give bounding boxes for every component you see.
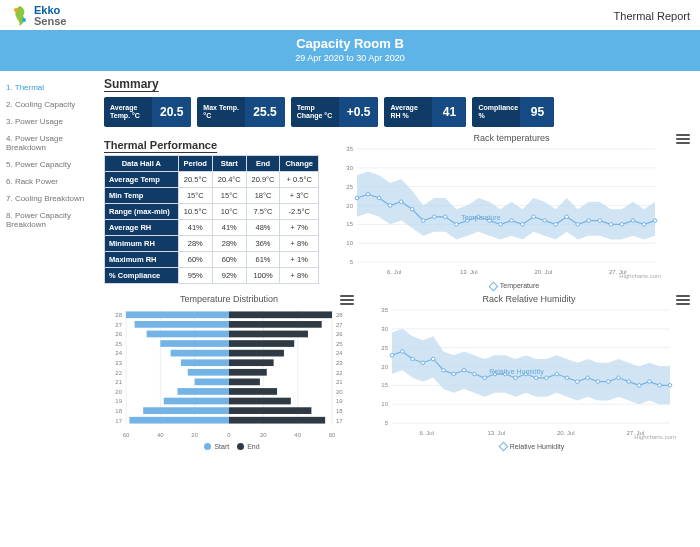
tile-value: 95: [520, 97, 554, 127]
summary-heading: Summary: [104, 77, 690, 91]
svg-rect-85: [229, 359, 274, 366]
hamburger-icon[interactable]: [676, 294, 690, 306]
svg-text:25: 25: [336, 341, 343, 347]
svg-text:25: 25: [381, 344, 388, 350]
svg-rect-92: [195, 378, 229, 385]
table-cell: 48%: [246, 220, 280, 236]
svg-text:17: 17: [336, 417, 343, 423]
hamburger-icon[interactable]: [340, 294, 354, 306]
svg-rect-101: [229, 397, 291, 404]
svg-point-26: [421, 219, 425, 223]
svg-point-46: [642, 223, 646, 227]
svg-text:25: 25: [346, 184, 353, 190]
svg-text:26: 26: [115, 331, 122, 337]
svg-point-154: [637, 383, 641, 387]
table-cell: + 7%: [280, 220, 319, 236]
summary-tile: Max Temp. °C25.5: [197, 97, 284, 127]
sidebar-item[interactable]: 2. Cooling Capacity: [6, 96, 94, 113]
svg-text:20: 20: [191, 432, 198, 438]
svg-text:19: 19: [336, 398, 343, 404]
sidebar-item[interactable]: 5. Power Capacity: [6, 156, 94, 173]
svg-point-34: [510, 219, 514, 223]
sidebar-item[interactable]: 3. Power Usage: [6, 113, 94, 130]
summary-tile: Average Temp. °C20.5: [104, 97, 191, 127]
svg-text:17: 17: [115, 417, 122, 423]
svg-text:15: 15: [346, 221, 353, 227]
svg-point-41: [587, 219, 591, 223]
svg-text:23: 23: [115, 360, 122, 366]
svg-point-144: [534, 376, 538, 380]
tile-label: Temp Change °C: [291, 104, 339, 119]
svg-rect-68: [135, 321, 229, 328]
chart-title: Temperature Distribution: [104, 294, 354, 304]
svg-rect-80: [171, 349, 229, 356]
sidebar-item[interactable]: 1. Thermal: [6, 79, 94, 96]
svg-text:35: 35: [346, 146, 353, 152]
main: Summary Average Temp. °C20.5Max Temp. °C…: [100, 71, 700, 450]
sidebar-item[interactable]: 4. Power Usage Breakdown: [6, 130, 94, 156]
svg-text:20. Jul: 20. Jul: [534, 269, 552, 275]
row-header: Min Temp: [105, 188, 179, 204]
brand-text-b: Sense: [34, 15, 66, 27]
svg-text:15: 15: [381, 382, 388, 388]
tile-value: 25.5: [245, 97, 284, 127]
svg-point-133: [421, 361, 425, 365]
sidebar-item[interactable]: 6. Rack Power: [6, 173, 94, 190]
svg-text:30: 30: [381, 325, 388, 331]
table-cell: 41%: [178, 220, 212, 236]
svg-point-42: [598, 219, 602, 223]
svg-point-151: [606, 379, 610, 383]
svg-text:20: 20: [336, 388, 343, 394]
svg-point-40: [576, 223, 580, 227]
svg-text:5: 5: [350, 259, 354, 265]
sidebar-item[interactable]: 7. Cooling Breakdown: [6, 190, 94, 207]
svg-text:27: 27: [115, 321, 122, 327]
table-cell: -2.5°C: [280, 204, 319, 220]
svg-text:Relative Humidity: Relative Humidity: [489, 367, 544, 375]
svg-rect-100: [164, 397, 229, 404]
svg-point-131: [400, 349, 404, 353]
svg-point-38: [554, 223, 558, 227]
svg-rect-93: [229, 378, 260, 385]
sidebar-item[interactable]: 8. Power Capacity Breakdown: [6, 207, 94, 233]
svg-rect-105: [229, 407, 311, 414]
svg-text:6. Jul: 6. Jul: [420, 430, 434, 436]
banner-title: Capacity Room B: [0, 36, 700, 51]
chart-title: Rack Relative Humidity: [368, 294, 690, 304]
svg-text:20: 20: [260, 432, 267, 438]
tile-label: Average Temp. °C: [104, 104, 152, 119]
table-row: Minimum RH28%28%36%+ 8%: [105, 236, 319, 252]
svg-text:24: 24: [336, 350, 343, 356]
svg-text:60: 60: [329, 432, 336, 438]
svg-point-138: [473, 372, 477, 376]
svg-point-23: [388, 204, 392, 208]
svg-point-136: [452, 372, 456, 376]
svg-text:28: 28: [336, 312, 343, 318]
svg-point-150: [596, 379, 600, 383]
svg-text:5: 5: [385, 420, 389, 426]
svg-point-47: [653, 219, 657, 223]
table-cell: 15°C: [212, 188, 246, 204]
svg-point-145: [545, 376, 549, 380]
table-cell: 92%: [212, 268, 246, 284]
tile-label: Compliance %: [472, 104, 520, 119]
svg-point-36: [532, 215, 536, 219]
svg-text:20: 20: [381, 363, 388, 369]
hamburger-icon[interactable]: [676, 133, 690, 145]
svg-text:21: 21: [115, 379, 122, 385]
row-header: Average RH: [105, 220, 179, 236]
svg-rect-69: [229, 321, 322, 328]
tile-label: Average RH %: [384, 104, 432, 119]
table-cell: 15°C: [178, 188, 212, 204]
svg-rect-65: [229, 311, 332, 318]
thermal-heading: Thermal Performance: [104, 139, 319, 151]
svg-rect-97: [229, 388, 277, 395]
report-title: Thermal Report: [614, 10, 690, 22]
table-cell: 28%: [178, 236, 212, 252]
svg-rect-84: [181, 359, 229, 366]
svg-point-37: [543, 219, 547, 223]
tile-value: 41: [432, 97, 466, 127]
svg-text:20: 20: [115, 388, 122, 394]
svg-point-153: [627, 379, 631, 383]
legend-label: End: [247, 443, 259, 450]
